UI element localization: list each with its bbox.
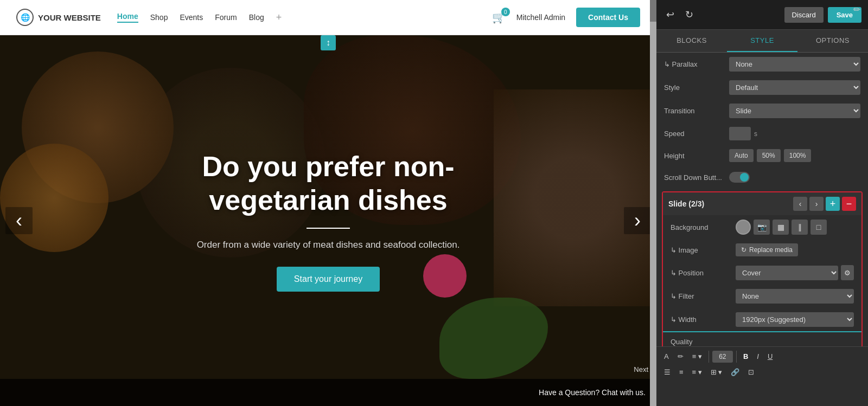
height-value: Auto 50% 100% [729,149,860,162]
width-label: ↳ Width [671,315,736,324]
media-button[interactable]: ⊡ [745,366,757,378]
edit-pencil-button[interactable]: ✏ [853,4,860,15]
filter-select[interactable]: None Blur Grayscale [736,289,854,304]
slide-prev-button[interactable]: ‹ [793,197,807,211]
redo-button[interactable]: ↻ [682,7,697,23]
background-blank-icon[interactable]: □ [810,220,827,235]
slide-add-button[interactable]: + [826,197,840,211]
nav-link-shop[interactable]: Shop [150,13,168,22]
undo-button[interactable]: ↩ [663,7,678,23]
bottom-chat-bar[interactable]: Have a Question? Chat with us. [0,379,656,406]
slide-prev-arrow[interactable]: ‹ [5,207,33,234]
logo-text: YOUR WEBSITE [38,13,101,22]
height-100-button[interactable]: 100% [784,149,812,162]
website-preview: 🌐 YOUR WEBSITE Home Shop Events Forum Bl… [0,0,656,406]
divider-2 [736,351,737,363]
cta-button[interactable]: Start your journey [277,267,380,292]
scroll-down-row: Scroll Down Butt... [656,166,868,188]
background-gradient-icon[interactable]: ∥ [792,220,808,235]
transition-label: Transition [664,107,729,115]
speed-input[interactable]: 10 [729,127,751,140]
nav-link-blog[interactable]: Blog [249,13,264,22]
logo[interactable]: 🌐 YOUR WEBSITE [16,9,101,26]
background-grid-icon[interactable]: ▦ [773,220,789,235]
slide-next-arrow[interactable]: › [624,207,651,234]
hero-divider [307,228,350,229]
transition-select[interactable]: Slide Fade None [729,104,860,118]
background-color-circle[interactable] [736,220,751,235]
slide-header: Slide (2/3) ‹ › + − [663,192,861,215]
background-label: Background [671,223,736,231]
nav-link-forum[interactable]: Forum [215,13,237,22]
quality-label: Quality [671,338,736,346]
slide-next-button[interactable]: › [809,197,824,211]
admin-name[interactable]: Mitchell Admin [516,13,565,22]
width-value: 1920px (Suggested) 1280px 960px [736,312,854,327]
background-image-icon[interactable]: 📷 [754,220,770,235]
position-gear-button[interactable]: ⚙ [841,265,854,280]
hero-heading: Do you prefer non-vegetarian dishes [138,150,518,217]
logo-icon: 🌐 [16,9,34,26]
width-row: ↳ Width 1920px (Suggested) 1280px 960px [663,308,861,331]
preview-scrollbar[interactable] [650,0,656,406]
nav-link-events[interactable]: Events [180,13,203,22]
position-row: ↳ Position Cover Contain Auto ⚙ [663,261,861,285]
nav-link-home[interactable]: Home [117,12,138,23]
nav-links: Home Shop Events Forum Blog + [117,12,282,23]
list-unordered-button[interactable]: ☰ [661,366,674,378]
background-icons: 📷 ▦ ∥ □ [736,220,854,235]
scroll-down-value [729,172,860,183]
hero-section: Do you prefer non-vegetarian dishes Orde… [0,35,656,406]
replace-media-button[interactable]: ↻ Replace media [736,243,798,256]
tab-options[interactable]: OPTIONS [797,30,868,52]
text-color-button[interactable]: ✏ [674,350,687,363]
next-label: Next [634,365,648,373]
style-select[interactable]: Default Custom [729,80,860,95]
discard-button[interactable]: Discard [784,7,824,23]
bold-button[interactable]: B [740,350,751,363]
scrollbar-thumb [650,0,656,22]
style-label: Style [664,83,729,92]
replace-media-label: Replace media [749,246,793,254]
parallax-row: ↳ Parallax None Fixed Scroll [656,53,868,76]
align-button[interactable]: ≡ ▾ [689,366,705,378]
slide-title: Slide (2/3) [668,199,791,208]
table-button[interactable]: ⊞ ▾ [707,366,726,378]
position-label: ↳ Position [671,269,736,277]
parallax-select[interactable]: None Fixed Scroll [729,57,860,72]
position-select[interactable]: Cover Contain Auto [736,266,838,280]
panel-tabs: BLOCKS STYLE OPTIONS [656,30,868,53]
filter-value: None Blur Grayscale [736,289,854,304]
text-style-dropdown[interactable]: ≡ ▾ [689,350,705,363]
hero-content: Do you prefer non-vegetarian dishes Orde… [138,150,518,292]
height-50-button[interactable]: 50% [757,149,781,162]
cart-icon[interactable]: 🛒 0 [492,11,506,24]
list-ordered-button[interactable]: ≡ [676,366,687,378]
height-auto-button[interactable]: Auto [729,149,754,162]
tab-blocks[interactable]: BLOCKS [656,30,727,52]
speed-unit: s [754,130,757,138]
contact-button[interactable]: Contact Us [576,8,640,27]
parallax-value: None Fixed Scroll [729,57,860,72]
slide-remove-button[interactable]: − [842,197,856,211]
underline-button[interactable]: U [764,350,776,363]
style-value: Default Custom [729,80,860,95]
tab-style[interactable]: STYLE [727,30,797,52]
font-size-input[interactable] [712,351,733,363]
drag-handle[interactable]: ↕ [321,35,336,50]
add-nav-icon[interactable]: + [276,12,282,23]
italic-button[interactable]: I [754,350,762,363]
quality-row: Quality [663,331,861,346]
slide-section: Slide (2/3) ‹ › + − Background 📷 ▦ ∥ □ [662,191,863,346]
width-select[interactable]: 1920px (Suggested) 1280px 960px [736,312,854,327]
panel-body: ↳ Parallax None Fixed Scroll Style Defau… [656,53,868,346]
scroll-down-toggle[interactable] [729,172,750,183]
image-label: ↳ Image [671,246,736,254]
hero-subtext: Order from a wide variety of meat dishes… [138,240,518,250]
text-format-button[interactable]: A [661,350,672,363]
position-value: Cover Contain Auto ⚙ [736,265,854,280]
image-row: ↳ Image ↻ Replace media [663,239,861,261]
transition-value: Slide Fade None [729,104,860,118]
link-button[interactable]: 🔗 [727,366,743,378]
speed-row: Speed 10 s [656,123,868,145]
